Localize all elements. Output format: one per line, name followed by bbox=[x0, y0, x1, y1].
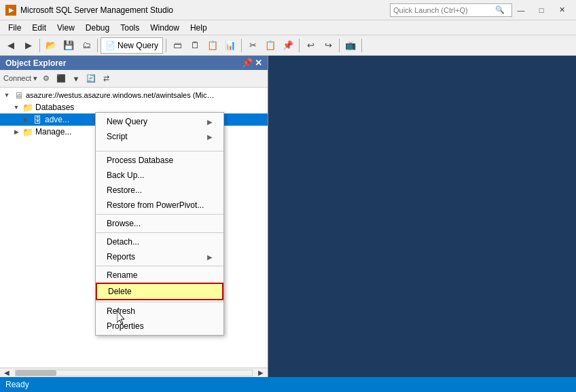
cut-button[interactable]: ✂ bbox=[245, 37, 261, 54]
manage-toggle[interactable]: ▶ bbox=[12, 128, 20, 136]
ctx-item-label-rename: Rename bbox=[107, 270, 137, 280]
oe-connect-label: Connect ▾ bbox=[3, 74, 37, 83]
oe-toolbar: Connect ▾ ⚙ ⬛ ▼ 🔄 ⇄ bbox=[0, 70, 268, 88]
h-scrollbar-thumb bbox=[16, 370, 56, 376]
new-query-label: New Query bbox=[118, 41, 158, 50]
close-button[interactable]: ✕ bbox=[553, 3, 571, 17]
toolbar-separator-5 bbox=[299, 39, 300, 52]
new-query-button[interactable]: 📄 New Query bbox=[101, 37, 163, 54]
oe-refresh-button[interactable]: 🔄 bbox=[84, 72, 98, 86]
menu-item-edit[interactable]: Edit bbox=[26, 22, 52, 34]
menu-item-window[interactable]: Window bbox=[145, 22, 185, 34]
toolbar-btn-3[interactable]: 📋 bbox=[204, 37, 221, 54]
right-area bbox=[268, 56, 576, 377]
ctx-item-restore-powerpivot[interactable]: Restore from PowerPivot... bbox=[96, 198, 223, 213]
toolbar-separator-4 bbox=[241, 39, 242, 52]
toolbar-btn-1[interactable]: 🗃 bbox=[169, 37, 185, 54]
ctx-item-label-reports: Reports bbox=[107, 252, 135, 262]
oe-close-icon[interactable]: ✕ bbox=[255, 58, 262, 68]
paste-button[interactable]: 📌 bbox=[280, 37, 296, 54]
ctx-item-restore[interactable]: Restore... bbox=[96, 183, 223, 198]
toolbar-btn-4[interactable]: 📊 bbox=[222, 37, 238, 54]
main-area: Object Explorer 📌 ✕ Connect ▾ ⚙ ⬛ ▼ 🔄 ⇄ … bbox=[0, 56, 576, 377]
ctx-item-label-process-database: Process Database bbox=[107, 156, 173, 165]
toolbar-separator-1 bbox=[39, 39, 40, 52]
manage-folder-icon: 📁 bbox=[22, 126, 33, 137]
oe-funnel-icon[interactable]: ▼ bbox=[69, 72, 83, 86]
ctx-submenu-arrow-reports: ▶ bbox=[207, 253, 213, 261]
copy-button[interactable]: 📋 bbox=[262, 37, 278, 54]
menu-item-debug[interactable]: Debug bbox=[80, 22, 115, 34]
databases-folder-icon: 📁 bbox=[22, 102, 33, 113]
databases-toggle[interactable]: ▼ bbox=[12, 103, 20, 111]
search-icon: 🔍 bbox=[495, 5, 505, 14]
open-button[interactable]: 📂 bbox=[43, 37, 59, 54]
redo-button[interactable]: ↪ bbox=[320, 37, 336, 54]
app-title: Microsoft SQL Server Management Studio bbox=[20, 5, 390, 15]
toolbar: ◀ ▶ 📂 💾 🗂 📄 New Query 🗃 🗒 📋 📊 ✂ 📋 📌 ↩ ↪ … bbox=[0, 35, 576, 56]
monitor-button[interactable]: 📺 bbox=[342, 37, 359, 54]
ctx-item-reports[interactable]: Reports▶ bbox=[96, 249, 223, 264]
tree-server-node[interactable]: ▼ 🖥 asazure://westus.asazure.windows.net… bbox=[0, 89, 268, 101]
oe-pin-icon[interactable]: 📌 bbox=[242, 58, 253, 68]
quick-launch-input[interactable] bbox=[393, 6, 495, 14]
menu-item-file[interactable]: File bbox=[3, 22, 26, 34]
oe-header-controls: 📌 ✕ bbox=[242, 58, 262, 68]
oe-sync-button[interactable]: ⇄ bbox=[99, 72, 113, 86]
manage-label: Manage... bbox=[35, 127, 71, 137]
toolbar-btn-2[interactable]: 🗒 bbox=[187, 37, 203, 54]
server-toggle[interactable]: ▼ bbox=[3, 91, 11, 99]
ctx-item-rename[interactable]: Rename bbox=[96, 268, 223, 283]
ctx-item-label-new-query: New Query bbox=[107, 117, 147, 126]
ctx-item-label-restore: Restore... bbox=[107, 185, 142, 195]
ctx-item-label-script: Script bbox=[107, 132, 128, 141]
menu-item-tools[interactable]: Tools bbox=[115, 22, 145, 34]
ctx-separator-5 bbox=[96, 302, 223, 302]
ctx-item-label-detach: Detach... bbox=[107, 237, 139, 247]
ctx-item-label-backup: Back Up... bbox=[107, 171, 144, 180]
save-button[interactable]: 💾 bbox=[60, 37, 77, 54]
menu-item-view[interactable]: View bbox=[52, 22, 80, 34]
ctx-item-backup[interactable]: Back Up... bbox=[96, 168, 223, 183]
minimize-button[interactable]: — bbox=[512, 3, 530, 17]
maximize-button[interactable]: □ bbox=[533, 3, 550, 17]
ctx-item-refresh[interactable]: Refresh bbox=[96, 304, 223, 319]
ctx-item-undefined[interactable] bbox=[96, 144, 223, 149]
app-icon: ▶ bbox=[5, 5, 16, 16]
h-scrollbar-track[interactable] bbox=[15, 370, 253, 376]
oe-stop-button[interactable]: ⬛ bbox=[54, 72, 68, 86]
context-menu: New Query▶Script▶Process DatabaseBack Up… bbox=[95, 112, 224, 336]
toolbar-separator-3 bbox=[166, 39, 166, 52]
ctx-item-detach[interactable]: Detach... bbox=[96, 234, 223, 249]
quick-launch-box[interactable]: 🔍 bbox=[390, 3, 512, 17]
oe-filter-button[interactable]: ⚙ bbox=[39, 72, 53, 86]
quick-launch-area: 🔍 bbox=[390, 3, 512, 17]
ctx-submenu-arrow-script: ▶ bbox=[207, 133, 213, 141]
ctx-item-label-properties: Properties bbox=[107, 321, 144, 331]
toolbar-separator-2 bbox=[97, 39, 98, 52]
window-controls: — □ ✕ bbox=[512, 3, 571, 17]
ctx-item-process-database[interactable]: Process Database bbox=[96, 153, 223, 168]
ctx-separator-1 bbox=[96, 151, 223, 152]
toolbar-separator-7 bbox=[361, 39, 362, 52]
db-label: adve... bbox=[45, 115, 69, 124]
ctx-item-label-refresh: Refresh bbox=[107, 306, 135, 316]
ctx-separator-4 bbox=[96, 266, 223, 266]
ctx-item-script[interactable]: Script▶ bbox=[96, 129, 223, 144]
ctx-item-browse[interactable]: Browse... bbox=[96, 216, 223, 231]
menu-item-help[interactable]: Help bbox=[185, 22, 213, 34]
ctx-item-new-query[interactable]: New Query▶ bbox=[96, 114, 223, 129]
oe-scrollbar[interactable]: ◀ ▶ bbox=[0, 368, 268, 377]
ctx-item-properties[interactable]: Properties bbox=[96, 319, 223, 334]
forward-button[interactable]: ▶ bbox=[20, 37, 37, 54]
save-all-button[interactable]: 🗂 bbox=[78, 37, 94, 54]
oe-connect-button[interactable]: Connect ▾ bbox=[3, 72, 38, 86]
db-toggle[interactable]: ▶ bbox=[22, 115, 30, 124]
server-icon: 🖥 bbox=[13, 90, 24, 101]
back-button[interactable]: ◀ bbox=[3, 37, 19, 54]
ctx-item-delete[interactable]: Delete bbox=[96, 283, 223, 300]
toolbar-separator-6 bbox=[339, 39, 340, 52]
undo-button[interactable]: ↩ bbox=[302, 37, 319, 54]
ctx-item-label-delete: Delete bbox=[108, 287, 132, 296]
ctx-submenu-arrow-new-query: ▶ bbox=[207, 118, 213, 126]
